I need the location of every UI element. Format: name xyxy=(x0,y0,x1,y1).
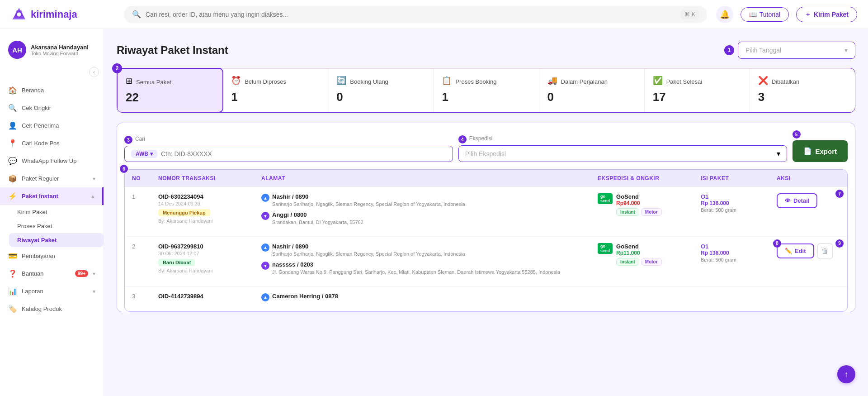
awb-badge[interactable]: AWB ▾ xyxy=(131,150,157,158)
sidebar-item-whatsapp-followup[interactable]: 💬 WhatsApp Follow Up xyxy=(0,152,104,170)
kodepos-icon: 📍 xyxy=(8,139,17,148)
chevron-down-icon: ▾ xyxy=(844,47,848,54)
receiver-dot: ▼ xyxy=(261,212,269,220)
stat-belum-diproses[interactable]: ⏰ Belum Diproses 1 xyxy=(223,68,328,112)
sidebar-item-katalog[interactable]: 🏷️ Katalog Produk xyxy=(0,300,104,318)
topnav-right: 🔔 📖 Tutorial ＋ Kirim Paket xyxy=(716,6,857,23)
sidebar-item-beranda[interactable]: 🏠 Beranda xyxy=(0,81,104,99)
chevron-down-icon: ▾ xyxy=(150,151,153,157)
page-title: Riwayat Paket Instant xyxy=(117,44,228,57)
stat-dalam-perjalanan[interactable]: 🚚 Dalam Perjalanan 0 xyxy=(539,68,645,112)
sidebar-item-cari-kode-pos[interactable]: 📍 Cari Kode Pos xyxy=(0,134,104,152)
step-5: 5 xyxy=(793,130,801,138)
sidebar-item-kirim-paket[interactable]: Kirim Paket xyxy=(9,205,104,219)
svg-point-2 xyxy=(17,12,21,16)
laporan-icon: 📊 xyxy=(8,287,17,296)
stat-proses-booking[interactable]: 📋 Proses Booking 1 xyxy=(434,68,539,112)
penerima-icon: 👤 xyxy=(8,121,17,130)
sender-dot: ▲ xyxy=(261,293,269,301)
detail-button[interactable]: 👁 Detail xyxy=(777,193,817,208)
topnav: kiriminaja 🔍 ⌘ K 🔔 📖 Tutorial ＋ Kirim Pa… xyxy=(0,0,868,29)
sidebar-item-cek-ongkir[interactable]: 🔍 Cek Ongkir xyxy=(0,99,104,117)
row-transaksi: OID-9637299810 30 Okt 2024 12:07 Baru Di… xyxy=(158,243,258,273)
sidebar-item-cek-penerima[interactable]: 👤 Cek Penerima xyxy=(0,117,104,134)
search-bar[interactable]: 🔍 ⌘ K xyxy=(124,6,707,23)
tag-motor: Motor xyxy=(641,208,662,216)
pembayaran-icon: 💳 xyxy=(8,252,17,260)
sidebar-item-paket-instant[interactable]: ⚡ Paket Instant ▴ xyxy=(0,187,104,205)
logo-text: kiriminaja xyxy=(31,9,77,20)
search-icon: 🔍 xyxy=(132,10,141,19)
notification-button[interactable]: 🔔 xyxy=(716,6,733,23)
home-icon: 🏠 xyxy=(8,86,17,95)
kirim-paket-button[interactable]: ＋ Kirim Paket xyxy=(796,7,857,22)
row-alamat: ▲ Nashir / 0890 Sariharjo Sariharjo, Nga… xyxy=(261,193,594,230)
stat-paket-selesai[interactable]: ✅ Paket Selesai 17 xyxy=(645,68,750,112)
tag-instant: Instant xyxy=(616,208,639,216)
status-badge: Menunggu Pickup xyxy=(158,209,210,216)
col-isi-paket: ISI PAKET xyxy=(701,175,773,181)
scroll-top-button[interactable]: ↑ xyxy=(837,365,855,383)
row-transaksi: OID-4142739894 xyxy=(158,293,258,300)
search-filter-input[interactable] xyxy=(161,150,446,157)
main-content: Riwayat Paket Instant 1 Pilih Tanggal ▾ … xyxy=(104,29,868,396)
step-8: 8 xyxy=(773,239,781,248)
table: NO NOMOR TRANSAKSI ALAMAT EKSPEDISI & ON… xyxy=(124,169,848,312)
belum-diproses-icon: ⏰ xyxy=(231,76,241,86)
row-no: 3 xyxy=(132,293,155,300)
edit-button[interactable]: ✏️ Edit xyxy=(777,243,814,258)
stat-dibatalkan[interactable]: ❌ Dibatalkan 3 xyxy=(750,68,855,112)
plus-icon: ＋ xyxy=(805,10,811,19)
step-1: 1 xyxy=(724,45,734,55)
tutorial-button[interactable]: 📖 Tutorial xyxy=(741,7,789,22)
sender-dot: ▲ xyxy=(261,194,269,202)
table-row: 3 OID-4142739894 ▲ Cameron Herring / 087… xyxy=(125,286,847,311)
whatsapp-icon: 💬 xyxy=(8,157,17,165)
ekspedisi-select[interactable]: Pilih Ekspedisi ▾ xyxy=(458,145,787,162)
sidebar-item-laporan[interactable]: 📊 Laporan ▾ xyxy=(0,282,104,300)
sidebar-item-pembayaran[interactable]: 💳 Pembayaran xyxy=(0,247,104,265)
ongkir-icon: 🔍 xyxy=(8,104,17,112)
sidebar-item-proses-paket[interactable]: Proses Paket xyxy=(9,219,104,233)
chevron-up-icon: ▴ xyxy=(91,193,94,200)
paket-selesai-icon: ✅ xyxy=(653,76,663,86)
pencil-icon: ✏️ xyxy=(785,248,792,254)
chevron-down-icon: ▾ xyxy=(777,149,780,158)
layout: AH Akarsana Handayani Toko Moving Forwar… xyxy=(0,29,868,396)
date-select[interactable]: Pilih Tanggal ▾ xyxy=(738,42,855,59)
paket-reguler-icon: 📦 xyxy=(8,174,17,183)
page-header: Riwayat Paket Instant 1 Pilih Tanggal ▾ xyxy=(117,42,855,59)
gosend-logo: gosend xyxy=(598,243,613,254)
collapse-button[interactable]: ‹ xyxy=(89,67,99,77)
receiver-dot: ▼ xyxy=(261,262,269,270)
export-button[interactable]: 📄 Export xyxy=(793,140,848,162)
export-icon: 📄 xyxy=(803,147,812,155)
sidebar-item-paket-reguler[interactable]: 📦 Paket Reguler ▾ xyxy=(0,170,104,187)
user-store: Toko Moving Forward xyxy=(31,51,89,56)
tag-instant: Instant xyxy=(616,258,639,266)
table-header: NO NOMOR TRANSAKSI ALAMAT EKSPEDISI & ON… xyxy=(125,170,847,187)
sidebar-item-bantuan[interactable]: ❓ Bantuan 99+ ▾ xyxy=(0,265,104,282)
sender-dot: ▲ xyxy=(261,243,269,252)
row-isi-paket: O1 Rp 136.000 Berat: 500 gram xyxy=(701,243,773,262)
katalog-icon: 🏷️ xyxy=(8,305,17,313)
search-input[interactable] xyxy=(146,11,676,18)
sidebar-item-riwayat-paket[interactable]: Riwayat Paket xyxy=(9,233,104,247)
step-2: 2 xyxy=(112,63,122,73)
stat-semua-paket[interactable]: ⊞ Semua Paket 22 xyxy=(117,68,223,113)
trash-icon: 🗑 xyxy=(821,247,829,255)
gosend-logo: gosend xyxy=(598,193,613,204)
status-badge: Baru Dibuat xyxy=(158,259,195,266)
kbd-shortcut: ⌘ K xyxy=(681,10,699,19)
chevron-down-icon: ▾ xyxy=(93,271,95,277)
row-alamat: ▲ Nashir / 0890 Sariharjo Sariharjo, Nga… xyxy=(261,243,594,280)
search-filter-input-wrap[interactable]: AWB ▾ xyxy=(124,146,453,162)
row-no: 1 xyxy=(132,193,155,200)
table-row: 2 OID-9637299810 30 Okt 2024 12:07 Baru … xyxy=(125,237,847,286)
row-transaksi: OID-6302234094 14 Des 2024 09:39 Menungg… xyxy=(158,193,258,224)
eye-icon: 👁 xyxy=(785,197,791,204)
delete-button[interactable]: 🗑 xyxy=(817,243,833,259)
user-name: Akarsana Handayani xyxy=(31,44,89,51)
step-9: 9 xyxy=(835,239,844,248)
stat-booking-ulang[interactable]: 🔄 Booking Ulang 0 xyxy=(328,68,434,112)
